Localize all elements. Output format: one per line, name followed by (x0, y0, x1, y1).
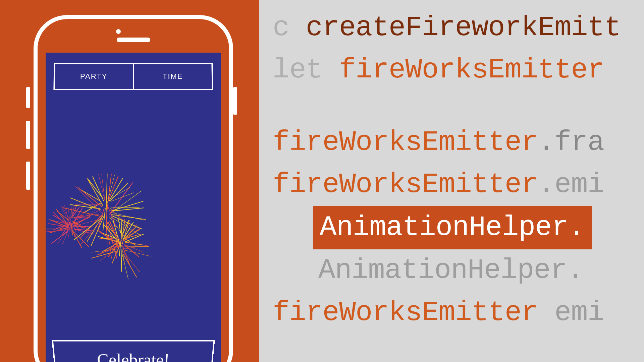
code-panel: c createFireworkEmitt let fireWorksEmitt… (259, 0, 644, 362)
code-highlight: AnimationHelper. (313, 206, 592, 249)
code-line-4: fireWorksEmitter.emi (273, 164, 644, 206)
phone-mockup: PARTY TIME Celebrate! (34, 15, 233, 362)
code-line-6: AnimationHelper. (273, 249, 644, 292)
code-token: AnimationHelper (318, 254, 567, 286)
code-token: .emi (538, 169, 604, 200)
code-token: fireWorksEmitter (273, 297, 538, 328)
code-token: fireWorksEmitter (273, 169, 538, 200)
code-line-1: c createFireworkEmitt (273, 7, 644, 49)
phone-camera-icon (116, 29, 121, 34)
tab-party[interactable]: PARTY (55, 64, 134, 89)
code-token: fireWorksEmitter (273, 126, 538, 158)
code-token: fireWorksEmitter (339, 54, 604, 86)
phone-screen: PARTY TIME Celebrate! (46, 53, 221, 362)
mute-switch (26, 87, 30, 108)
celebrate-button[interactable]: Celebrate! (52, 340, 215, 362)
code-line-2: let fireWorksEmitter (273, 49, 644, 91)
code-token: emi (538, 297, 604, 328)
fireworks-canvas (54, 104, 213, 333)
phone-frame: PARTY TIME Celebrate! (34, 15, 233, 362)
volume-up (26, 121, 30, 149)
segmented-control[interactable]: PARTY TIME (53, 63, 213, 90)
code-token: createFireworkEmitt (306, 12, 621, 44)
left-panel: PARTY TIME Celebrate! (0, 0, 259, 362)
code-token: let (273, 54, 339, 86)
code-token: .fra (538, 126, 604, 158)
code-line-3: fireWorksEmitter.fra (273, 121, 644, 164)
power-button (233, 87, 237, 115)
code-line-5: AnimationHelper. (273, 206, 644, 249)
code-token: c (273, 12, 306, 44)
tab-time[interactable]: TIME (134, 64, 212, 89)
phone-speaker-icon (117, 38, 150, 42)
code-line-7: fireWorksEmitter emi (273, 292, 644, 334)
phone-side-buttons-left (26, 87, 30, 202)
code-token: . (567, 254, 583, 286)
volume-down (26, 162, 30, 190)
